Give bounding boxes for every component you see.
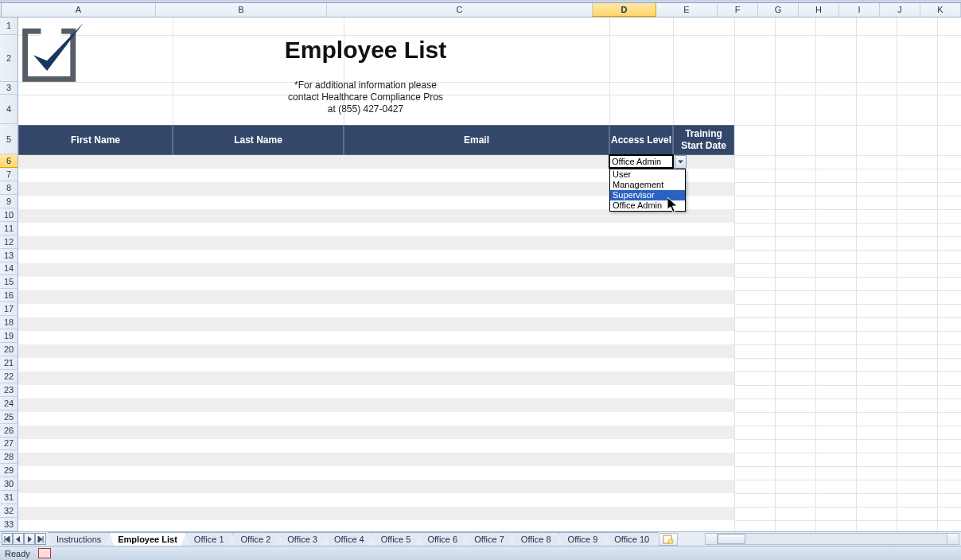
table-cell[interactable]: [173, 277, 344, 290]
table-cell[interactable]: [18, 439, 173, 453]
table-cell[interactable]: [673, 507, 734, 520]
sheet-tab[interactable]: Office 2: [232, 532, 280, 546]
column-header-E[interactable]: E: [656, 3, 718, 17]
column-header-D[interactable]: D: [593, 3, 656, 17]
sheet-tab[interactable]: Office 1: [185, 532, 233, 546]
row-header-17[interactable]: 17: [0, 302, 18, 316]
column-header-J[interactable]: J: [880, 3, 920, 17]
table-cell[interactable]: [173, 480, 344, 493]
table-cell[interactable]: [344, 399, 609, 412]
table-cell[interactable]: [344, 317, 609, 331]
new-sheet-button[interactable]: [659, 533, 678, 546]
table-row[interactable]: [18, 466, 734, 480]
table-row[interactable]: [18, 331, 734, 344]
row-header-29[interactable]: 29: [0, 464, 18, 477]
table-cell[interactable]: [673, 439, 734, 453]
table-cell[interactable]: [344, 290, 609, 304]
tab-nav-last[interactable]: [35, 533, 46, 545]
row-header-30[interactable]: 30: [0, 477, 18, 491]
table-cell[interactable]: [173, 223, 344, 236]
table-cell[interactable]: [609, 236, 673, 250]
table-cell[interactable]: [18, 317, 173, 331]
row-header-1[interactable]: 1: [0, 18, 18, 35]
column-header-K[interactable]: K: [920, 3, 961, 17]
row-header-5[interactable]: 5: [0, 124, 18, 154]
table-cell[interactable]: [344, 385, 609, 399]
row-header-26[interactable]: 26: [0, 424, 18, 438]
table-row[interactable]: [18, 453, 734, 466]
table-cell[interactable]: [673, 317, 734, 331]
table-cell[interactable]: [173, 493, 344, 507]
table-row[interactable]: [18, 277, 734, 290]
row-header-14[interactable]: 14: [0, 262, 18, 276]
table-cell[interactable]: [173, 520, 344, 531]
table-cell[interactable]: [344, 155, 609, 169]
table-cell[interactable]: [609, 466, 673, 480]
table-cell[interactable]: [173, 453, 344, 466]
table-cell[interactable]: [609, 439, 673, 453]
table-row[interactable]: [18, 236, 734, 250]
table-cell[interactable]: [344, 263, 609, 277]
table-cell[interactable]: [344, 412, 609, 426]
sheet-tab[interactable]: Employee List: [109, 532, 186, 546]
table-cell[interactable]: [173, 344, 344, 358]
table-row[interactable]: [18, 317, 734, 331]
sheet-tab[interactable]: Office 9: [559, 532, 607, 546]
table-cell[interactable]: [673, 371, 734, 385]
column-header-I[interactable]: I: [839, 3, 880, 17]
table-cell[interactable]: [173, 263, 344, 277]
table-cell[interactable]: [18, 236, 173, 250]
column-header-H[interactable]: H: [799, 3, 839, 17]
row-header-2[interactable]: 2: [0, 35, 18, 82]
table-cell[interactable]: [344, 439, 609, 453]
table-cell[interactable]: [173, 317, 344, 331]
table-cell[interactable]: [344, 344, 609, 358]
table-cell[interactable]: [673, 223, 734, 236]
table-cell[interactable]: [18, 520, 173, 531]
table-cell[interactable]: [609, 250, 673, 263]
row-header-32[interactable]: 32: [0, 504, 18, 518]
sheet-tab[interactable]: Office 8: [512, 532, 560, 546]
table-cell[interactable]: [344, 196, 609, 209]
sheet-tab[interactable]: Office 6: [418, 532, 466, 546]
table-cell[interactable]: [18, 426, 173, 439]
table-row[interactable]: [18, 439, 734, 453]
table-cell[interactable]: [673, 453, 734, 466]
table-cell[interactable]: [344, 182, 609, 196]
table-row[interactable]: [18, 385, 734, 399]
table-cell[interactable]: [18, 453, 173, 466]
table-cell[interactable]: [173, 236, 344, 250]
table-cell[interactable]: [609, 385, 673, 399]
table-cell[interactable]: [673, 250, 734, 263]
table-row[interactable]: [18, 371, 734, 385]
tab-nav-prev[interactable]: [13, 533, 24, 545]
table-cell[interactable]: [173, 196, 344, 209]
row-header-24[interactable]: 24: [0, 397, 18, 410]
active-cell-D6[interactable]: Office Admin: [609, 154, 674, 169]
table-cell[interactable]: [18, 331, 173, 344]
table-cell[interactable]: [609, 290, 673, 304]
table-cell[interactable]: [18, 466, 173, 480]
table-cell[interactable]: [673, 344, 734, 358]
table-row[interactable]: [18, 399, 734, 412]
table-row[interactable]: [18, 223, 734, 236]
table-cell[interactable]: [609, 344, 673, 358]
row-header-31[interactable]: 31: [0, 491, 18, 504]
row-header-13[interactable]: 13: [0, 249, 18, 262]
table-row[interactable]: [18, 358, 734, 371]
table-row[interactable]: [18, 493, 734, 507]
column-header-F[interactable]: F: [718, 3, 758, 17]
table-cell[interactable]: [173, 466, 344, 480]
table-row[interactable]: [18, 304, 734, 317]
table-cell[interactable]: [18, 480, 173, 493]
sheet-tab[interactable]: Instructions: [48, 532, 110, 546]
table-row[interactable]: [18, 290, 734, 304]
row-header-18[interactable]: 18: [0, 316, 18, 329]
table-cell[interactable]: [673, 426, 734, 439]
table-cell[interactable]: [673, 277, 734, 290]
row-header-7[interactable]: 7: [0, 168, 18, 181]
table-cell[interactable]: [609, 399, 673, 412]
table-cell[interactable]: [673, 331, 734, 344]
table-cell[interactable]: [18, 182, 173, 196]
table-cell[interactable]: [173, 385, 344, 399]
